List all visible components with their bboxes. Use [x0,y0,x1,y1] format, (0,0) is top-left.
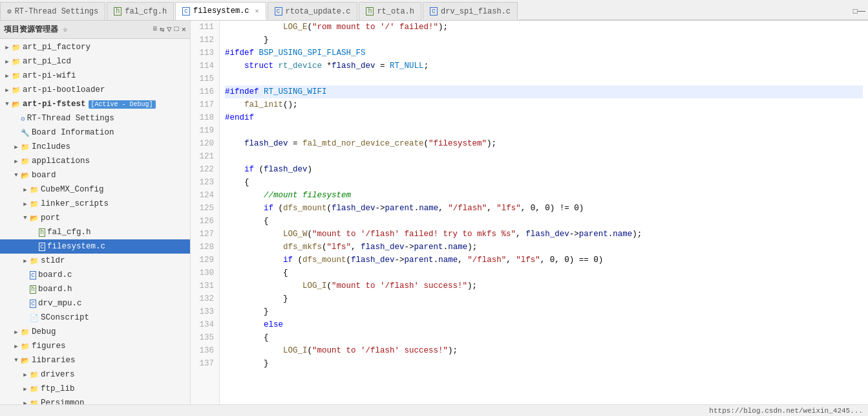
item-label: Debug [32,327,56,336]
line-num: 125 [196,202,214,215]
line-num: 119 [196,124,214,137]
code-line-119 [225,124,863,137]
code-line-133: } [225,305,863,318]
c-file-icon3: c [30,300,36,308]
expand-arrow: ▶ [3,87,12,94]
sidebar-item-includes[interactable]: ▶ 📁 Includes [0,140,190,154]
restore-icon[interactable]: □ [175,25,179,34]
expand-arrow: ▶ [21,201,30,208]
sidebar-item-art-pi-lcd[interactable]: ▶ 📁 art_pi_lcd [0,54,190,69]
expand-arrow [12,129,21,136]
sidebar-item-art-pi-factory[interactable]: ▶ 📁 art_pi_factory [0,40,190,54]
minimize-editor-button[interactable]: — [858,6,865,16]
sidebar-item-libraries[interactable]: ▼ 📂 libraries [0,353,190,367]
expand-arrow: ▶ [12,158,21,165]
tab-filesystem-c[interactable]: c filesystem.c ✕ [175,2,266,20]
code-line-125: if (dfs_mount(flash_dev->parent.name, "/… [225,202,863,215]
settings-tab-icon: ⚙ [7,7,12,16]
code-line-124: //mount filesystem [225,189,863,202]
sidebar-item-filesystem-c[interactable]: c filesystem.c [0,239,190,254]
folder-open-icon: 📂 [21,171,30,180]
sidebar-item-stldr[interactable]: ▶ 📁 stldr [0,254,190,268]
c-file-tab-icon3: c [430,7,438,16]
expand-arrow: ▶ [21,371,30,378]
code-line-120: flash_dev = fal_mtd_nor_device_create("f… [225,137,863,150]
line-num: 132 [196,292,214,305]
line-num: 113 [196,47,214,60]
code-line-115 [225,72,863,85]
expand-arrow: ▶ [12,144,21,151]
tab-rt-thread-settings[interactable]: ⚙ RT-Thread Settings [0,2,105,20]
tab-fal-cfg-h[interactable]: h fal_cfg.h [107,2,174,20]
sidebar-item-cubemx-config[interactable]: ▶ 📁 CubeMX_Config [0,182,190,197]
maximize-editor-button[interactable]: □ [853,6,858,16]
sidebar-item-art-pi-bootloader[interactable]: ▶ 📁 art-pi-bootloader [0,83,190,97]
sidebar-item-drv-mpu-c[interactable]: c drv_mpu.c [0,296,190,311]
active-debug-tag: [Active - Debug] [89,100,156,109]
folder-open-icon: 📂 [30,214,39,223]
expand-arrow [21,286,30,292]
folder-icon: 📁 [30,257,39,265]
line-num: 128 [196,241,214,254]
code-line-117: fal_init(); [225,98,863,111]
item-label: art-pi-bootloader [23,85,105,94]
status-url: https://blog.csdn.net/weixin_4245... [709,407,863,415]
sidebar-item-figures[interactable]: ▶ 📁 figures [0,339,190,353]
tab-drv-spi-flash-c[interactable]: c drv_spi_flash.c [423,2,518,20]
folder-icon: 📁 [30,385,39,393]
tab-rtota-update-c[interactable]: c rtota_update.c [268,2,358,20]
line-num: 123 [196,176,214,189]
tab-bar: ⚙ RT-Thread Settings h fal_cfg.h c files… [0,0,868,21]
expand-arrow: ▶ [21,186,30,193]
sidebar-item-rt-thread-settings[interactable]: ⚙ RT-Thread Settings [0,111,190,126]
sidebar-item-sconscript[interactable]: 📄 SConscript [0,311,190,325]
tab-label: rtota_update.c [286,7,351,16]
code-editor[interactable]: 111 112 113 114 115 116 117 118 119 120 … [191,21,868,404]
sidebar-item-art-pi-wifi[interactable]: ▶ 📁 art-pi-wifi [0,69,190,83]
expand-arrow [21,272,30,278]
link-icon[interactable]: ⇆ [160,25,164,34]
folder-icon: 📁 [30,200,39,208]
item-label: libraries [32,356,76,365]
code-line-121 [225,150,863,163]
sidebar-item-art-pi-fstest[interactable]: ▼ 📂 art-pi-fstest [Active - Debug] [0,97,190,111]
tab-close-icon[interactable]: ✕ [255,7,259,15]
sidebar-item-port[interactable]: ▼ 📂 port [0,211,190,225]
sidebar-title: 项目资源管理器 ☆ [4,24,67,35]
code-line-129: if (dfs_mount(flash_dev->parent.name, "/… [225,254,863,267]
sidebar-item-board-c[interactable]: c board.c [0,268,190,282]
code-line-137: } [225,357,863,370]
line-num: 117 [196,98,214,111]
hide-icon[interactable]: ▽ [167,25,171,34]
sidebar-item-applications[interactable]: ▶ 📁 applications [0,154,190,168]
code-line-131: LOG_I("mount to '/flash' success!"); [225,279,863,292]
code-text[interactable]: LOG_E("rom mount to '/' failed!"); } #if… [220,21,868,404]
line-num: 130 [196,267,214,279]
file-icon: 📄 [30,314,39,322]
collapse-icon[interactable]: ≡ [153,25,157,34]
expand-arrow: ▶ [12,343,21,350]
sidebar-item-board[interactable]: ▼ 📂 board [0,168,190,182]
sidebar-item-ftp-lib[interactable]: ▶ 📁 ftp_lib [0,382,190,396]
sidebar-item-linker-scripts[interactable]: ▶ 📁 linker_scripts [0,197,190,211]
expand-arrow: ▶ [3,44,12,51]
sidebar-item-drivers[interactable]: ▶ 📁 drivers [0,367,190,382]
sidebar-item-board-information[interactable]: 🔧 Board Information [0,126,190,140]
line-num: 137 [196,357,214,370]
item-label: art-pi-wifi [23,71,76,80]
expand-arrow: ▼ [3,101,12,107]
c-file-tab-icon: c [182,7,190,16]
sidebar-item-persimmon[interactable]: ▶ 📁 Persimmon [0,396,190,404]
sidebar-item-debug[interactable]: ▶ 📁 Debug [0,325,190,339]
line-num: 135 [196,331,214,344]
sidebar-item-board-h[interactable]: h board.h [0,282,190,296]
tab-label: filesystem.c [193,6,249,16]
item-label: board.h [38,285,72,294]
sidebar-item-fal-cfg-h[interactable]: h fal_cfg.h [0,225,190,239]
close-sidebar-icon[interactable]: ✕ [182,25,186,34]
tab-rt-ota-h[interactable]: h rt_ota.h [359,2,421,20]
item-label: Persimmon [41,399,85,404]
line-num: 116 [196,85,214,98]
tab-label: fal_cfg.h [125,7,167,16]
code-line-136: LOG_I("mount to '/flash' success!"); [225,344,863,357]
